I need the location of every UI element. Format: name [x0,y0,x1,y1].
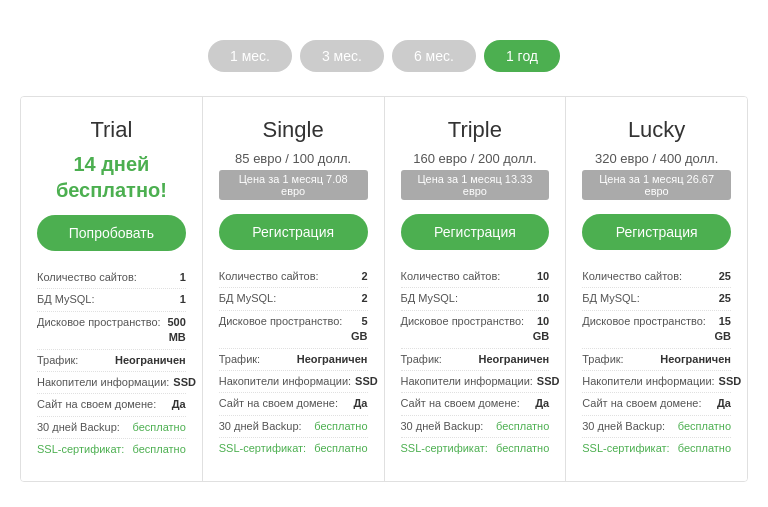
feature-item: Дисковое пространство:5 GB [219,311,368,349]
feature-label: SSL-сертификат: [582,441,669,456]
feature-item: Трафик:Неограничен [37,350,186,372]
feature-item: Количество сайтов:1 [37,267,186,289]
feature-label: БД MySQL: [219,291,276,306]
feature-item: SSL-сертификат:бесплатно [401,438,550,459]
feature-label: Количество сайтов: [37,270,137,285]
feature-label: Дисковое пространство: [582,314,706,345]
feature-value: 10 [537,269,549,284]
feature-label: Количество сайтов: [401,269,501,284]
feature-value: SSD [719,374,742,389]
feature-value: SSD [173,375,196,390]
feature-item: Дисковое пространство:15 GB [582,311,731,349]
feature-item: Трафик:Неограничен [219,349,368,371]
plan-name: Triple [401,117,550,143]
feature-item: 30 дней Backup:бесплатно [582,416,731,438]
feature-value: бесплатно [496,419,549,434]
feature-label: SSL-сертификат: [219,441,306,456]
feature-value: бесплатно [132,420,185,435]
feature-value: Да [172,397,186,412]
period-tab-1m[interactable]: 1 мес. [208,40,292,72]
feature-value: 5 GB [346,314,367,345]
feature-label: Количество сайтов: [582,269,682,284]
feature-value: 1 [180,292,186,307]
feature-value: SSD [355,374,378,389]
feature-label: Дисковое пространство: [219,314,343,345]
feature-item: БД MySQL:1 [37,289,186,311]
feature-label: Накопители информации: [219,374,351,389]
feature-value: 10 GB [528,314,549,345]
feature-label: SSL-сертификат: [401,441,488,456]
features-list: Количество сайтов:2БД MySQL:2Дисковое пр… [219,266,368,460]
plan-free-text: 14 днейбесплатно! [37,151,186,203]
feature-value: Да [535,396,549,411]
feature-item: Количество сайтов:2 [219,266,368,288]
feature-value: SSD [537,374,560,389]
feature-label: Трафик: [219,352,260,367]
feature-item: 30 дней Backup:бесплатно [37,417,186,439]
feature-item: Сайт на своем домене:Да [219,393,368,415]
plan-price: 85 евро / 100 долл. [219,151,368,166]
feature-label: Накопители информации: [401,374,533,389]
feature-value: Неограничен [478,352,549,367]
plan-name: Lucky [582,117,731,143]
plan-price-tag: Цена за 1 месяц 26.67 евро [582,170,731,200]
plan-card-triple: Triple160 евро / 200 долл.Цена за 1 меся… [385,97,567,481]
plan-price-wrapper: Цена за 1 месяц 26.67 евро [582,170,731,200]
features-list: Количество сайтов:25БД MySQL:25Дисковое … [582,266,731,460]
feature-label: 30 дней Backup: [219,419,302,434]
feature-label: Количество сайтов: [219,269,319,284]
plan-register-button[interactable]: Регистрация [401,214,550,250]
feature-label: SSL-сертификат: [37,442,124,457]
feature-item: Накопители информации:SSD [37,372,186,394]
feature-item: Накопители информации:SSD [401,371,550,393]
feature-label: БД MySQL: [37,292,94,307]
feature-value: 15 GB [710,314,731,345]
feature-label: Накопители информации: [582,374,714,389]
period-tab-6m[interactable]: 6 мес. [392,40,476,72]
feature-item: 30 дней Backup:бесплатно [401,416,550,438]
plan-card-trial: Trial14 днейбесплатно!ПопробоватьКоличес… [21,97,203,481]
feature-value: Неограничен [115,353,186,368]
feature-item: Дисковое пространство:500 MB [37,312,186,350]
feature-label: Дисковое пространство: [37,315,161,346]
plans-container: Trial14 днейбесплатно!ПопробоватьКоличес… [20,96,748,482]
feature-value: бесплатно [132,442,185,457]
feature-label: 30 дней Backup: [401,419,484,434]
period-tab-1y[interactable]: 1 год [484,40,560,72]
feature-item: Трафик:Неограничен [401,349,550,371]
feature-item: 30 дней Backup:бесплатно [219,416,368,438]
feature-value: Неограничен [297,352,368,367]
features-list: Количество сайтов:10БД MySQL:10Дисковое … [401,266,550,460]
plan-name: Single [219,117,368,143]
feature-value: Неограничен [660,352,731,367]
plan-price-wrapper: Цена за 1 месяц 7.08 евро [219,170,368,200]
feature-item: SSL-сертификат:бесплатно [582,438,731,459]
feature-label: Сайт на своем домене: [401,396,520,411]
period-tab-3m[interactable]: 3 мес. [300,40,384,72]
feature-label: Трафик: [401,352,442,367]
feature-item: Трафик:Неограничен [582,349,731,371]
plan-price: 160 евро / 200 долл. [401,151,550,166]
feature-item: БД MySQL:10 [401,288,550,310]
plan-register-button[interactable]: Регистрация [219,214,368,250]
feature-value: 10 [537,291,549,306]
page-wrapper: 1 мес.3 мес.6 мес.1 год Trial14 днейбесп… [20,20,748,482]
feature-value: 25 [719,291,731,306]
plan-card-lucky: Lucky320 евро / 400 долл.Цена за 1 месяц… [566,97,747,481]
features-list: Количество сайтов:1БД MySQL:1Дисковое пр… [37,267,186,461]
feature-item: Накопители информации:SSD [582,371,731,393]
feature-label: Сайт на своем домене: [219,396,338,411]
feature-value: 2 [361,269,367,284]
period-tabs: 1 мес.3 мес.6 мес.1 год [20,40,748,72]
feature-item: БД MySQL:2 [219,288,368,310]
feature-label: 30 дней Backup: [582,419,665,434]
plan-register-button[interactable]: Попробовать [37,215,186,251]
feature-item: БД MySQL:25 [582,288,731,310]
feature-value: 500 MB [165,315,186,346]
feature-label: Накопители информации: [37,375,169,390]
feature-item: SSL-сертификат:бесплатно [219,438,368,459]
plan-register-button[interactable]: Регистрация [582,214,731,250]
feature-item: Сайт на своем домене:Да [582,393,731,415]
feature-value: бесплатно [314,441,367,456]
feature-value: бесплатно [678,419,731,434]
